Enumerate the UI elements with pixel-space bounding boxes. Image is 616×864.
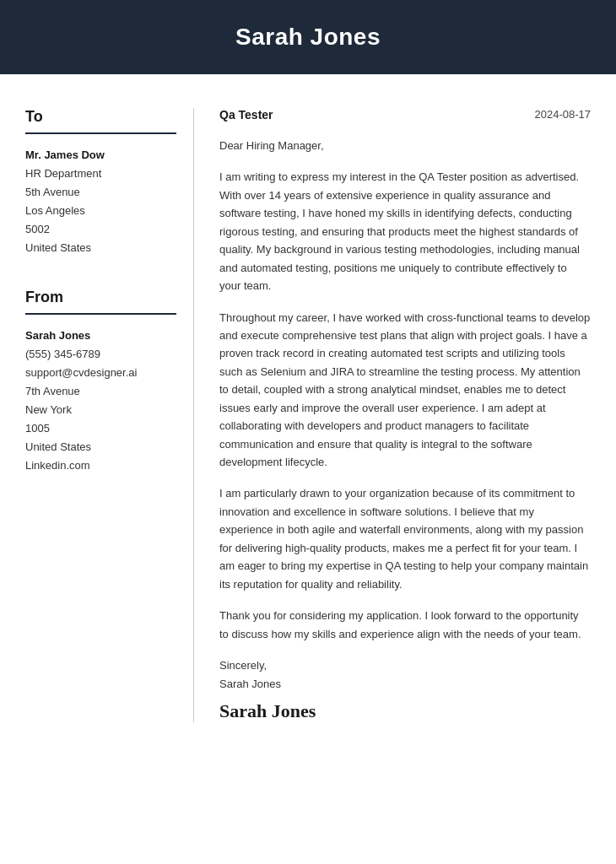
from-street: 7th Avenue <box>25 382 176 401</box>
signature: Sarah Jones <box>219 700 591 722</box>
to-name: Mr. James Dow <box>25 146 176 165</box>
from-address: Sarah Jones (555) 345-6789 support@cvdes… <box>25 327 176 476</box>
letter-header: Qa Tester 2024-08-17 <box>219 108 591 122</box>
from-email: support@cvdesigner.ai <box>25 364 176 382</box>
from-divider <box>25 313 176 315</box>
letter-paragraph1: I am writing to express my interest in t… <box>219 168 591 294</box>
job-title: Qa Tester <box>219 108 273 122</box>
to-department: HR Department <box>25 165 176 183</box>
letter-closing: Sincerely, Sarah Jones <box>219 656 591 694</box>
letter-greeting: Dear Hiring Manager, <box>219 137 591 154</box>
from-phone: (555) 345-6789 <box>25 345 176 364</box>
from-country: United States <box>25 438 176 456</box>
from-website: Linkedin.com <box>25 456 176 475</box>
to-label: To <box>25 108 176 126</box>
letter-body: Dear Hiring Manager, I am writing to exp… <box>219 137 591 643</box>
from-label: From <box>25 289 176 306</box>
from-city: New York <box>25 401 176 419</box>
letter-paragraph3: I am particularly drawn to your organiza… <box>219 484 591 593</box>
header: Sarah Jones <box>0 0 616 74</box>
to-divider <box>25 132 176 134</box>
closing-line1: Sincerely, <box>219 656 591 675</box>
right-column: Qa Tester 2024-08-17 Dear Hiring Manager… <box>194 108 616 722</box>
from-name: Sarah Jones <box>25 327 176 345</box>
to-street: 5th Avenue <box>25 183 176 202</box>
from-section: From Sarah Jones (555) 345-6789 support@… <box>25 289 176 476</box>
content-area: To Mr. James Dow HR Department 5th Avenu… <box>0 74 616 756</box>
closing-line2: Sarah Jones <box>219 675 591 694</box>
left-column: To Mr. James Dow HR Department 5th Avenu… <box>0 108 194 722</box>
to-address: Mr. James Dow HR Department 5th Avenue L… <box>25 146 176 258</box>
to-zip: 5002 <box>25 220 176 239</box>
letter-paragraph4: Thank you for considering my application… <box>219 607 591 643</box>
to-section: To Mr. James Dow HR Department 5th Avenu… <box>25 108 176 258</box>
from-zip: 1005 <box>25 419 176 438</box>
to-city: Los Angeles <box>25 202 176 220</box>
page: Sarah Jones To Mr. James Dow HR Departme… <box>0 0 616 864</box>
header-name: Sarah Jones <box>17 24 599 51</box>
letter-paragraph2: Throughout my career, I have worked with… <box>219 309 591 472</box>
to-country: United States <box>25 239 176 257</box>
letter-date: 2024-08-17 <box>535 108 592 121</box>
